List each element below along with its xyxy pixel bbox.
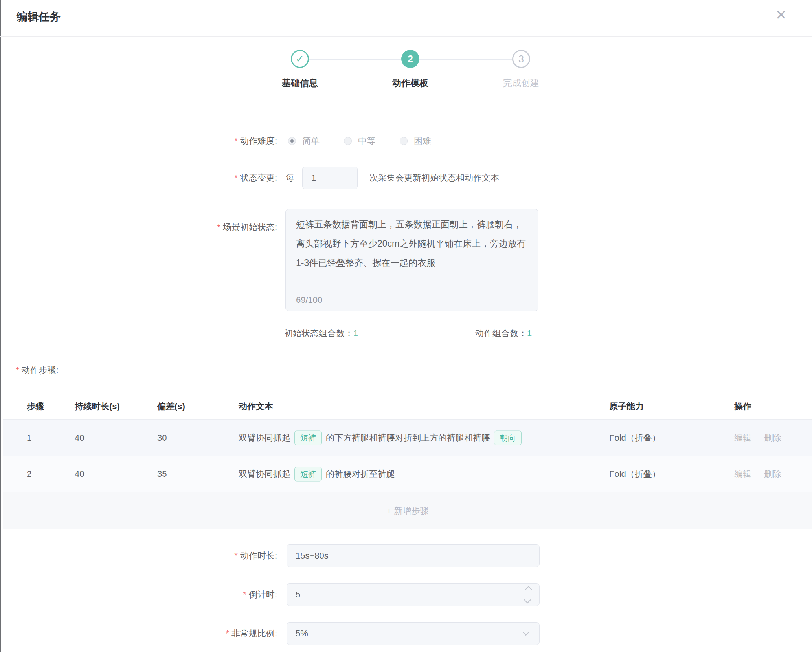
row2-step: 2 [27,469,31,479]
header-step: 步骤 [27,401,44,412]
countdown-label: *倒计时: [0,589,277,601]
row2-deviation: 35 [157,469,167,479]
difficulty-radio-group: 简单 中等 困难 [288,135,456,147]
row1-action-text: 双臂协同抓起 短裤 的下方裤腿和裤腰对折到上方的裤腿和裤腰 朝向 [239,430,525,445]
increase-button[interactable] [516,584,539,595]
step-3-label: 完成创建 [478,77,564,89]
chevron-down-icon [524,596,531,603]
scene-state-text: 短裤五条数据背面朝上，五条数据正面朝上，裤腰朝右，离头部视野下方至少20cm之外… [296,215,528,273]
state-change-prefix: 每 [286,172,294,184]
action-duration-row: *动作时长: 15s~80s [0,544,812,567]
radio-icon-easy [288,137,296,145]
stepper-connector-2 [419,59,512,60]
add-step-button[interactable]: + 新增步骤 [3,492,812,529]
row2-text-after: 的裤腰对折至裤腿 [326,468,395,480]
row1-deviation: 30 [157,433,167,443]
action-combo-value: 1 [527,328,532,338]
required-marker: * [234,551,238,560]
edit-task-dialog: 编辑任务 × ✓ 2 3 基础信息 动作模板 完成创建 *动作难度: 简单 中等… [0,0,812,652]
countdown-row: *倒计时: 5 [0,583,812,606]
table-row: 2 40 35 双臂协同抓起 短裤 的裤腰对折至裤腿 Fold（折叠） 编辑 删… [3,456,812,492]
row2-actions: 编辑 删除 [734,468,792,480]
difficulty-label: *动作难度: [0,135,277,147]
difficulty-row: *动作难度: 简单 中等 困难 [0,132,812,150]
step-2-indicator: 2 [401,50,419,68]
edit-button[interactable]: 编辑 [734,433,751,443]
unusual-ratio-label: *非常规比例: [0,628,277,639]
decrease-button[interactable] [516,595,539,606]
radio-option-hard[interactable]: 困难 [400,135,431,147]
state-change-input[interactable]: 1 [302,167,358,189]
required-marker: * [226,628,229,638]
unusual-ratio-select[interactable]: 5% [287,622,540,645]
required-marker: * [234,136,238,146]
row1-duration: 40 [75,433,84,443]
required-marker: * [234,173,238,183]
initial-combo-label: 初始状态组合数： [284,328,353,338]
initial-combo-value: 1 [353,328,358,338]
delete-button[interactable]: 删除 [764,469,781,479]
table-row: 1 40 30 双臂协同抓起 短裤 的下方裤腿和裤腰对折到上方的裤腿和裤腰 朝向… [3,420,812,456]
stepper-connector-1 [309,59,401,60]
radio-icon-hard [400,137,408,145]
chevron-down-icon [522,628,529,636]
steps-table-header: 步骤 持续时长(s) 偏差(s) 动作文本 原子能力 操作 [3,397,812,419]
header-atomic: 原子能力 [609,401,644,412]
row2-action-text: 双臂协同抓起 短裤 的裤腰对折至裤腿 [239,467,395,481]
radio-option-easy[interactable]: 简单 [288,135,320,147]
radio-label-medium: 中等 [358,135,375,147]
chevron-up-icon [525,586,532,593]
action-combo-label: 动作组合数： [475,328,527,338]
countdown-value: 5 [296,590,300,600]
header-divider [0,36,812,37]
required-marker: * [16,365,19,375]
radio-icon-medium [344,137,352,145]
char-counter: 69/100 [296,295,322,305]
action-combo-count: 动作组合数：1 [475,328,532,339]
countdown-input[interactable]: 5 [287,583,540,606]
state-change-suffix: 次采集会更新初始状态和动作文本 [369,172,499,184]
header-actions: 操作 [734,401,751,412]
required-marker: * [243,590,246,599]
row1-actions: 编辑 删除 [734,432,792,444]
header-deviation: 偏差(s) [157,401,185,412]
row2-duration: 40 [75,469,84,479]
row1-object-tag: 短裤 [294,430,322,445]
dialog-title: 编辑任务 [17,9,61,24]
step-3-indicator: 3 [512,50,530,68]
row1-step: 1 [27,433,31,443]
row1-text-before: 双臂协同抓起 [239,432,290,444]
row2-text-before: 双臂协同抓起 [239,468,290,480]
close-icon[interactable]: × [776,5,786,24]
state-change-row: *状态变更: 每 1 次采集会更新初始状态和动作文本 [0,167,812,189]
action-duration-label: *动作时长: [0,550,277,562]
step-1-check-icon: ✓ [291,50,309,68]
radio-option-medium[interactable]: 中等 [344,135,375,147]
scene-state-textarea[interactable]: 短裤五条数据背面朝上，五条数据正面朝上，裤腰朝右，离头部视野下方至少20cm之外… [285,209,538,311]
action-duration-value: 15s~80s [296,551,329,561]
row1-atomic-ability: Fold（折叠） [609,432,661,444]
header-duration: 持续时长(s) [75,401,120,412]
step-1-label: 基础信息 [257,77,343,89]
edit-button[interactable]: 编辑 [734,469,751,479]
unusual-ratio-row: *非常规比例: 5% [0,622,812,645]
row1-orientation-tag: 朝向 [494,430,522,445]
row2-atomic-ability: Fold（折叠） [609,468,661,480]
action-steps-section-label: *动作步骤: [16,364,59,376]
number-stepper [516,584,539,606]
radio-label-easy: 简单 [302,135,320,147]
required-marker: * [217,222,220,232]
step-2-label: 动作模板 [367,77,454,89]
action-duration-input[interactable]: 15s~80s [287,544,540,567]
scene-state-label: *场景初始状态: [0,222,277,233]
unusual-ratio-value: 5% [296,628,308,639]
delete-button[interactable]: 删除 [764,433,781,443]
initial-combo-count: 初始状态组合数：1 [284,328,358,339]
header-action-text: 动作文本 [239,401,273,412]
row1-text-after: 的下方裤腿和裤腰对折到上方的裤腿和裤腰 [326,432,490,444]
radio-label-hard: 困难 [414,135,431,147]
state-change-label: *状态变更: [0,172,277,184]
row2-object-tag: 短裤 [294,467,322,481]
